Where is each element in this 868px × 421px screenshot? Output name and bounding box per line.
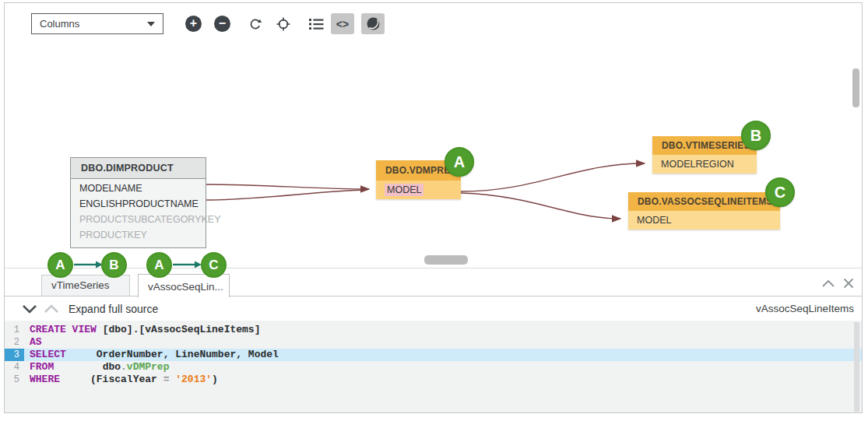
table-node-dimproduct[interactable]: DBO.DIMPRODUCT MODELNAMEENGLISHPRODUCTNA… bbox=[70, 157, 206, 248]
lineage-diagram: DBO.DIMPRODUCT MODELNAMEENGLISHPRODUCTNA… bbox=[5, 3, 863, 271]
code-line-5[interactable]: 5WHERE (FiscalYear = '2013') bbox=[5, 374, 863, 386]
node-columns: MODEL bbox=[376, 181, 461, 199]
tab-strip-line bbox=[5, 296, 863, 296]
line-number: 1 bbox=[5, 324, 24, 336]
code-line-3[interactable]: 3SELECT OrderNumber, LineNumber, Model bbox=[5, 349, 863, 361]
code-line-4[interactable]: 4FROM dbo.vDMPrep bbox=[5, 361, 863, 374]
tab2-badge-to: C bbox=[201, 252, 227, 278]
close-icon bbox=[843, 278, 854, 289]
column-model[interactable]: MODEL bbox=[628, 211, 780, 230]
panel-controls bbox=[821, 278, 854, 289]
close-panel-button[interactable] bbox=[843, 278, 854, 289]
sql-source-viewer: 1CREATE VIEW [dbo].[vAssocSeqLineItems]2… bbox=[5, 321, 863, 413]
panel-divider bbox=[5, 268, 863, 268]
column-englishproductname[interactable]: ENGLISHPRODUCTNAME bbox=[71, 196, 206, 212]
node-columns: MODELNAMEENGLISHPRODUCTNAMEPRODUCTSUBCAT… bbox=[71, 179, 206, 247]
source-header-row: Expand full source vAssocSeqLineItems bbox=[5, 296, 863, 321]
column-productsubcategorykey[interactable]: PRODUCTSUBCATEGORYKEY bbox=[71, 212, 206, 227]
node-badge-b: B bbox=[741, 121, 771, 150]
node-badge-a: A bbox=[445, 147, 474, 177]
code-text: WHERE (FiscalYear = '2013') bbox=[24, 374, 218, 386]
chevron-up-icon bbox=[44, 304, 59, 314]
node-title: DBO.VASSOCSEQLINEITEMS bbox=[628, 192, 780, 211]
tab2-badge-from: A bbox=[146, 252, 172, 278]
line-number: 3 bbox=[5, 349, 24, 361]
vertical-scrollbar-thumb[interactable] bbox=[852, 68, 859, 107]
code-line-1[interactable]: 1CREATE VIEW [dbo].[vAssocSeqLineItems] bbox=[5, 324, 863, 336]
code-line-2[interactable]: 2AS bbox=[5, 336, 863, 349]
column-modelname[interactable]: MODELNAME bbox=[71, 181, 206, 196]
app-frame: Columns + − bbox=[4, 2, 863, 413]
chevron-up-icon bbox=[821, 279, 835, 288]
tab-vtimeseries[interactable]: vTimeSeries bbox=[41, 275, 130, 296]
code-text: AS bbox=[24, 336, 42, 349]
column-model[interactable]: MODEL bbox=[376, 181, 461, 199]
tab1-badge-to: B bbox=[101, 252, 127, 278]
tab1-arrow-icon bbox=[73, 260, 104, 269]
line-number: 5 bbox=[5, 374, 24, 386]
line-number: 4 bbox=[5, 361, 24, 374]
code-text: FROM dbo.vDMPrep bbox=[24, 361, 169, 374]
expand-source-button[interactable] bbox=[22, 304, 37, 314]
collapse-source-button[interactable] bbox=[44, 304, 59, 314]
tab-label: vTimeSeries bbox=[51, 279, 110, 291]
tab-label: vAssocSeqLin... bbox=[148, 281, 223, 293]
column-productkey[interactable]: PRODUCTKEY bbox=[71, 227, 206, 243]
column-modelregion[interactable]: MODELREGION bbox=[652, 155, 757, 174]
line-number: 2 bbox=[5, 336, 24, 349]
code-text: SELECT OrderNumber, LineNumber, Model bbox=[24, 349, 279, 361]
tab1-badge-from: A bbox=[47, 252, 73, 278]
view-node-vtimeseries[interactable]: DBO.VTIMESERIES MODELREGION bbox=[652, 136, 757, 174]
node-badge-c: C bbox=[765, 177, 795, 207]
view-node-vassocseqlineitems[interactable]: DBO.VASSOCSEQLINEITEMS MODEL bbox=[628, 192, 780, 230]
collapse-panel-button[interactable] bbox=[821, 279, 835, 288]
code-text: CREATE VIEW [dbo].[vAssocSeqLineItems] bbox=[24, 324, 260, 336]
node-title: DBO.DIMPRODUCT bbox=[71, 158, 206, 179]
node-columns: MODEL bbox=[628, 211, 780, 230]
object-name-label: vAssocSeqLineItems bbox=[756, 303, 854, 314]
chevron-down-icon bbox=[22, 304, 37, 314]
tab2-arrow-icon bbox=[172, 260, 203, 269]
highlighted-column-label: MODEL bbox=[385, 184, 423, 196]
code-scrollbar-track[interactable] bbox=[854, 322, 859, 412]
horizontal-scrollbar-thumb[interactable] bbox=[424, 255, 468, 265]
expand-full-source-label[interactable]: Expand full source bbox=[69, 303, 158, 315]
code-lines: 1CREATE VIEW [dbo].[vAssocSeqLineItems]2… bbox=[5, 324, 863, 386]
node-columns: MODELREGION bbox=[652, 155, 757, 174]
